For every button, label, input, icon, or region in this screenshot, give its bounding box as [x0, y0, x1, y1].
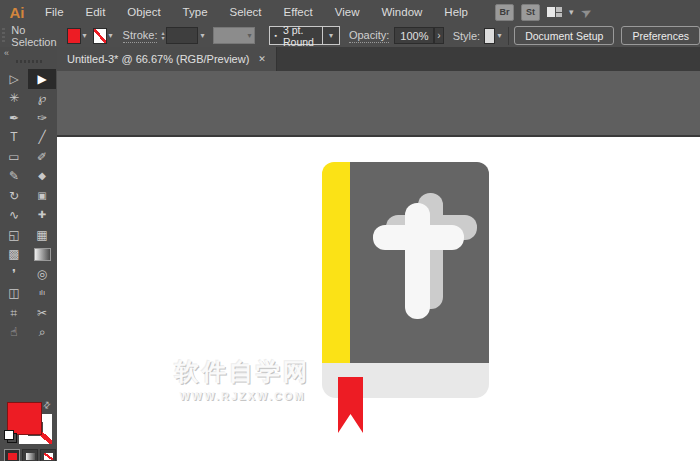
app-logo: Ai	[0, 4, 34, 21]
fill-color-swatch[interactable]	[67, 28, 81, 44]
shape-builder-icon: ◱	[8, 229, 19, 241]
default-fill-stroke-icon[interactable]	[4, 430, 17, 443]
opacity-label[interactable]: Opacity:	[349, 29, 389, 43]
line-segment-tool[interactable]: ╱	[28, 128, 56, 148]
chevron-down-icon[interactable]: ▾	[497, 31, 501, 40]
menu-view[interactable]: View	[324, 0, 371, 24]
cross-shape[interactable]	[373, 225, 464, 250]
illustrator-window: Ai File Edit Object Type Select Effect V…	[0, 0, 700, 461]
column-graph-tool[interactable]: ılı	[28, 284, 56, 304]
color-mode-button[interactable]	[4, 449, 20, 461]
artboard-tool[interactable]: ⌗	[0, 303, 28, 323]
puppet-warp-icon: ✚	[38, 210, 46, 220]
panel-grip[interactable]	[2, 28, 5, 44]
cross-shape[interactable]	[405, 203, 430, 319]
slice-tool[interactable]: ✂	[28, 303, 56, 323]
document-setup-button[interactable]: Document Setup	[514, 26, 614, 45]
opacity-arrow-button[interactable]: ›	[434, 27, 443, 44]
workspace-block	[556, 13, 562, 18]
gradient-tool[interactable]	[28, 245, 56, 265]
chevron-down-icon[interactable]: ▾	[569, 7, 574, 17]
brush-definition-select[interactable]: ▪ 3 pt. Round ▾	[269, 26, 340, 45]
menu-type[interactable]: Type	[172, 0, 219, 24]
chevron-down-icon[interactable]: ▾	[109, 31, 113, 40]
color-chip	[8, 453, 17, 460]
menu-file[interactable]: File	[34, 0, 75, 24]
chevron-down-icon[interactable]: ▾	[329, 31, 333, 40]
menu-select[interactable]: Select	[219, 0, 273, 24]
direct-selection-icon: ▷	[9, 73, 18, 85]
paintbrush-icon: ✐	[37, 151, 47, 163]
type-icon: T	[10, 131, 17, 143]
control-bar: No Selection ▾ ▾ Stroke: ▴ ▾ ▾ ▾ ▪ 3 pt.…	[0, 24, 700, 48]
mini-fill-swatch	[4, 430, 14, 440]
pen-icon: ✒	[9, 112, 19, 124]
chevron-down-icon[interactable]: ▾	[83, 31, 87, 40]
selection-tool[interactable]: ▶	[28, 69, 56, 89]
slice-icon: ✂	[37, 307, 47, 319]
stroke-weight-stepper[interactable]: ▴ ▾	[161, 31, 164, 41]
workspace-switcher-icon[interactable]	[547, 7, 562, 17]
magic-wand-tool[interactable]: ✳	[0, 89, 28, 109]
menu-edit[interactable]: Edit	[75, 0, 117, 24]
line-icon: ╱	[38, 131, 45, 143]
eyedropper-icon: ❜	[12, 268, 16, 280]
stock-button[interactable]: St	[521, 4, 540, 21]
pasteboard[interactable]	[57, 71, 700, 137]
direct-selection-tool[interactable]: ▷	[0, 69, 28, 89]
curvature-pen-icon: ✑	[37, 112, 47, 124]
hand-tool[interactable]: ☝	[0, 323, 28, 343]
perspective-grid-tool[interactable]: ▦	[28, 225, 56, 245]
eyedropper-tool[interactable]: ❜	[0, 264, 28, 284]
gradient-icon	[34, 248, 51, 261]
curvature-tool[interactable]: ✑	[28, 108, 56, 128]
brush-dropdown-segment[interactable]: ▾	[322, 27, 339, 44]
pen-tool[interactable]: ✒	[0, 108, 28, 128]
variable-width-select: ▾	[213, 27, 255, 44]
stroke-label[interactable]: Stroke:	[123, 29, 158, 43]
preferences-button[interactable]: Preferences	[621, 26, 700, 45]
chevron-down-icon[interactable]: ▾	[200, 31, 204, 40]
type-tool[interactable]: T	[0, 128, 28, 148]
shape-builder-tool[interactable]: ◱	[0, 225, 28, 245]
panel-grip[interactable]	[16, 60, 42, 63]
eraser-tool[interactable]: ◆	[28, 167, 56, 187]
swap-fill-stroke-icon[interactable]: ⇄	[41, 399, 53, 411]
none-chip	[44, 453, 53, 460]
gradient-mode-button[interactable]	[22, 449, 38, 461]
close-icon[interactable]: ✕	[258, 54, 266, 64]
rotate-tool[interactable]: ↻	[0, 186, 28, 206]
stroke-weight-field[interactable]	[166, 27, 198, 44]
paintbrush-tool[interactable]: ✐	[28, 147, 56, 167]
bridge-button[interactable]: Br	[495, 4, 514, 21]
none-mode-button[interactable]	[40, 449, 56, 461]
pencil-tool[interactable]: ✎	[0, 167, 28, 187]
rectangle-tool[interactable]: ▭	[0, 147, 28, 167]
opacity-field[interactable]: 100%	[394, 27, 434, 44]
zoom-tool[interactable]: ⌕	[28, 323, 56, 343]
brush-value: 3 pt. Round	[277, 24, 322, 48]
menu-window[interactable]: Window	[370, 0, 433, 24]
puppet-warp-tool[interactable]: ✚	[28, 206, 56, 226]
lasso-tool[interactable]: ℘	[28, 89, 56, 109]
chevron-down-icon: ▾	[247, 31, 251, 40]
stroke-color-swatch[interactable]	[93, 28, 107, 44]
column-graph-icon: ılı	[39, 289, 45, 297]
scale-tool[interactable]: ▣	[28, 186, 56, 206]
collapse-panel-button[interactable]: «	[4, 48, 9, 58]
blend-tool[interactable]: ◎	[28, 264, 56, 284]
style-swatch[interactable]	[484, 28, 495, 44]
document-tab[interactable]: Untitled-3* @ 66.67% (RGB/Preview) ✕	[57, 47, 277, 71]
menu-object[interactable]: Object	[116, 0, 171, 24]
book-spine-shape[interactable]	[322, 162, 350, 375]
mesh-tool[interactable]: ▩	[0, 245, 28, 265]
width-tool[interactable]: ∿	[0, 206, 28, 226]
stepper-down-icon[interactable]: ▾	[161, 36, 164, 41]
menu-effect[interactable]: Effect	[273, 0, 324, 24]
eraser-icon: ◆	[38, 171, 46, 181]
magic-wand-icon: ✳	[9, 92, 19, 104]
menu-help[interactable]: Help	[433, 0, 479, 24]
symbol-sprayer-tool[interactable]: ◫	[0, 284, 28, 304]
hand-icon: ☝	[10, 326, 17, 338]
share-icon[interactable]: ➤	[578, 3, 595, 21]
